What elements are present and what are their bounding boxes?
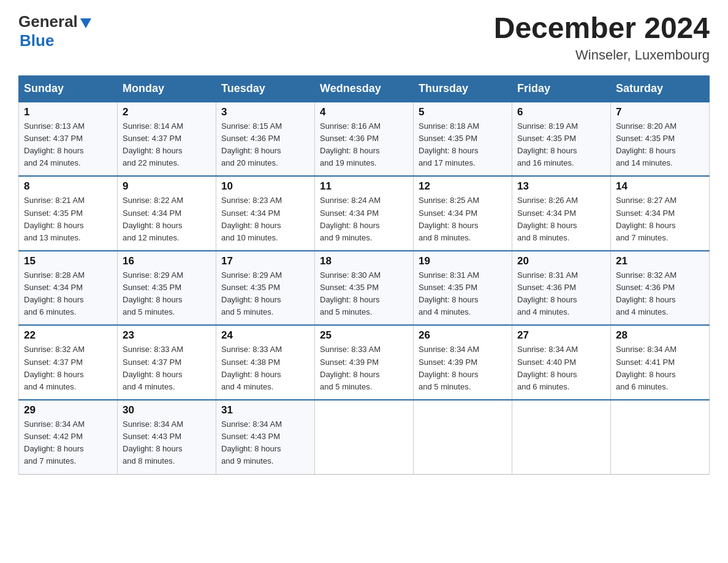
day-info: Sunrise: 8:23 AMSunset: 4:34 PMDaylight:… xyxy=(221,194,309,244)
day-number: 1 xyxy=(24,106,112,118)
day-info: Sunrise: 8:27 AMSunset: 4:34 PMDaylight:… xyxy=(616,194,704,244)
header-cell-sunday: Sunday xyxy=(19,75,118,102)
calendar-cell: 24Sunrise: 8:33 AMSunset: 4:38 PMDayligh… xyxy=(216,325,315,400)
calendar-cell: 15Sunrise: 8:28 AMSunset: 4:34 PMDayligh… xyxy=(19,251,118,326)
calendar-cell xyxy=(512,400,611,474)
day-info: Sunrise: 8:34 AMSunset: 4:40 PMDaylight:… xyxy=(517,343,605,393)
calendar-cell: 4Sunrise: 8:16 AMSunset: 4:36 PMDaylight… xyxy=(315,102,414,177)
logo: General Blue xyxy=(18,12,93,50)
day-number: 26 xyxy=(419,329,507,342)
day-number: 30 xyxy=(123,404,211,416)
calendar-cell: 5Sunrise: 8:18 AMSunset: 4:35 PMDaylight… xyxy=(414,102,512,177)
calendar-cell: 26Sunrise: 8:34 AMSunset: 4:39 PMDayligh… xyxy=(414,325,512,400)
day-number: 5 xyxy=(419,106,507,118)
day-info: Sunrise: 8:26 AMSunset: 4:34 PMDaylight:… xyxy=(517,194,605,244)
calendar-cell: 1Sunrise: 8:13 AMSunset: 4:37 PMDaylight… xyxy=(19,102,118,177)
calendar-cell: 18Sunrise: 8:30 AMSunset: 4:35 PMDayligh… xyxy=(315,251,414,326)
day-number: 12 xyxy=(419,180,507,193)
header-row: SundayMondayTuesdayWednesdayThursdayFrid… xyxy=(19,75,710,102)
header-cell-saturday: Saturday xyxy=(611,75,710,102)
week-row-2: 8Sunrise: 8:21 AMSunset: 4:35 PMDaylight… xyxy=(19,176,710,251)
day-number: 22 xyxy=(24,329,112,342)
day-number: 14 xyxy=(616,180,704,193)
calendar-cell: 6Sunrise: 8:19 AMSunset: 4:35 PMDaylight… xyxy=(512,102,611,177)
day-number: 7 xyxy=(616,106,704,118)
day-info: Sunrise: 8:20 AMSunset: 4:35 PMDaylight:… xyxy=(616,120,704,170)
day-info: Sunrise: 8:34 AMSunset: 4:42 PMDaylight:… xyxy=(24,418,112,468)
calendar-cell: 25Sunrise: 8:33 AMSunset: 4:39 PMDayligh… xyxy=(315,325,414,400)
day-info: Sunrise: 8:16 AMSunset: 4:36 PMDaylight:… xyxy=(320,120,408,170)
day-info: Sunrise: 8:22 AMSunset: 4:34 PMDaylight:… xyxy=(123,194,211,244)
day-info: Sunrise: 8:30 AMSunset: 4:35 PMDaylight:… xyxy=(320,269,408,319)
calendar-cell: 9Sunrise: 8:22 AMSunset: 4:34 PMDaylight… xyxy=(118,176,216,251)
calendar-cell: 14Sunrise: 8:27 AMSunset: 4:34 PMDayligh… xyxy=(611,176,710,251)
day-info: Sunrise: 8:24 AMSunset: 4:34 PMDaylight:… xyxy=(320,194,408,244)
day-number: 15 xyxy=(24,255,112,267)
day-number: 25 xyxy=(320,329,408,342)
calendar-cell: 27Sunrise: 8:34 AMSunset: 4:40 PMDayligh… xyxy=(512,325,611,400)
day-info: Sunrise: 8:33 AMSunset: 4:37 PMDaylight:… xyxy=(123,343,211,393)
calendar-cell: 12Sunrise: 8:25 AMSunset: 4:34 PMDayligh… xyxy=(414,176,512,251)
logo-triangle-icon xyxy=(79,16,93,29)
calendar-cell: 31Sunrise: 8:34 AMSunset: 4:43 PMDayligh… xyxy=(216,400,315,474)
calendar-table: SundayMondayTuesdayWednesdayThursdayFrid… xyxy=(18,75,710,475)
day-number: 11 xyxy=(320,180,408,193)
day-info: Sunrise: 8:29 AMSunset: 4:35 PMDaylight:… xyxy=(221,269,309,319)
week-row-4: 22Sunrise: 8:32 AMSunset: 4:37 PMDayligh… xyxy=(19,325,710,400)
calendar-cell xyxy=(315,400,414,474)
calendar-cell: 7Sunrise: 8:20 AMSunset: 4:35 PMDaylight… xyxy=(611,102,710,177)
calendar-cell: 29Sunrise: 8:34 AMSunset: 4:42 PMDayligh… xyxy=(19,400,118,474)
day-number: 18 xyxy=(320,255,408,267)
calendar-cell: 2Sunrise: 8:14 AMSunset: 4:37 PMDaylight… xyxy=(118,102,216,177)
day-number: 21 xyxy=(616,255,704,267)
day-info: Sunrise: 8:15 AMSunset: 4:36 PMDaylight:… xyxy=(221,120,309,170)
week-row-3: 15Sunrise: 8:28 AMSunset: 4:34 PMDayligh… xyxy=(19,251,710,326)
subtitle: Winseler, Luxembourg xyxy=(494,47,710,63)
day-number: 20 xyxy=(517,255,605,267)
day-number: 28 xyxy=(616,329,704,342)
calendar-cell: 30Sunrise: 8:34 AMSunset: 4:43 PMDayligh… xyxy=(118,400,216,474)
calendar-cell xyxy=(611,400,710,474)
logo-general-text: General xyxy=(18,12,78,31)
day-number: 29 xyxy=(24,404,112,416)
calendar-cell: 17Sunrise: 8:29 AMSunset: 4:35 PMDayligh… xyxy=(216,251,315,326)
day-number: 3 xyxy=(221,106,309,118)
day-info: Sunrise: 8:18 AMSunset: 4:35 PMDaylight:… xyxy=(419,120,507,170)
day-number: 17 xyxy=(221,255,309,267)
day-info: Sunrise: 8:33 AMSunset: 4:38 PMDaylight:… xyxy=(221,343,309,393)
day-info: Sunrise: 8:28 AMSunset: 4:34 PMDaylight:… xyxy=(24,269,112,319)
day-number: 19 xyxy=(419,255,507,267)
calendar-cell: 8Sunrise: 8:21 AMSunset: 4:35 PMDaylight… xyxy=(19,176,118,251)
day-info: Sunrise: 8:19 AMSunset: 4:35 PMDaylight:… xyxy=(517,120,605,170)
day-number: 13 xyxy=(517,180,605,193)
calendar-cell: 20Sunrise: 8:31 AMSunset: 4:36 PMDayligh… xyxy=(512,251,611,326)
header-cell-tuesday: Tuesday xyxy=(216,75,315,102)
day-info: Sunrise: 8:21 AMSunset: 4:35 PMDaylight:… xyxy=(24,194,112,244)
page-header: General Blue December 2024 Winseler, Lux… xyxy=(18,12,710,63)
calendar-cell: 19Sunrise: 8:31 AMSunset: 4:35 PMDayligh… xyxy=(414,251,512,326)
title-area: December 2024 Winseler, Luxembourg xyxy=(494,12,710,63)
calendar-cell: 3Sunrise: 8:15 AMSunset: 4:36 PMDaylight… xyxy=(216,102,315,177)
week-row-1: 1Sunrise: 8:13 AMSunset: 4:37 PMDaylight… xyxy=(19,102,710,177)
day-number: 4 xyxy=(320,106,408,118)
calendar-cell xyxy=(414,400,512,474)
header-cell-thursday: Thursday xyxy=(414,75,512,102)
day-info: Sunrise: 8:32 AMSunset: 4:37 PMDaylight:… xyxy=(24,343,112,393)
day-info: Sunrise: 8:34 AMSunset: 4:39 PMDaylight:… xyxy=(419,343,507,393)
header-cell-monday: Monday xyxy=(118,75,216,102)
day-number: 31 xyxy=(221,404,309,416)
day-info: Sunrise: 8:25 AMSunset: 4:34 PMDaylight:… xyxy=(419,194,507,244)
calendar-cell: 22Sunrise: 8:32 AMSunset: 4:37 PMDayligh… xyxy=(19,325,118,400)
calendar-cell: 21Sunrise: 8:32 AMSunset: 4:36 PMDayligh… xyxy=(611,251,710,326)
main-title: December 2024 xyxy=(494,12,710,45)
header-cell-friday: Friday xyxy=(512,75,611,102)
day-info: Sunrise: 8:31 AMSunset: 4:35 PMDaylight:… xyxy=(419,269,507,319)
svg-marker-0 xyxy=(80,18,91,28)
calendar-cell: 10Sunrise: 8:23 AMSunset: 4:34 PMDayligh… xyxy=(216,176,315,251)
day-info: Sunrise: 8:34 AMSunset: 4:43 PMDaylight:… xyxy=(221,418,309,468)
day-info: Sunrise: 8:29 AMSunset: 4:35 PMDaylight:… xyxy=(123,269,211,319)
day-number: 6 xyxy=(517,106,605,118)
day-number: 10 xyxy=(221,180,309,193)
day-number: 23 xyxy=(123,329,211,342)
calendar-cell: 11Sunrise: 8:24 AMSunset: 4:34 PMDayligh… xyxy=(315,176,414,251)
